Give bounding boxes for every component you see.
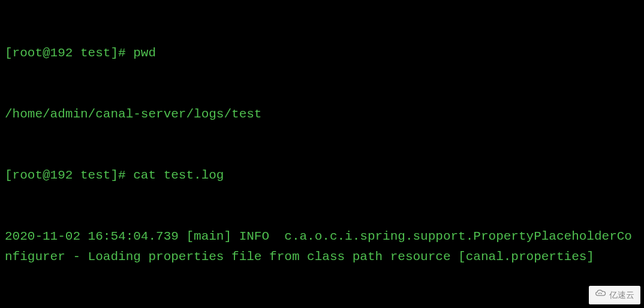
watermark-label: 亿速云 xyxy=(609,288,634,302)
watermark-badge: 亿速云 xyxy=(589,286,640,304)
terminal-output[interactable]: [root@192 test]# pwd /home/admin/canal-s… xyxy=(5,2,639,308)
terminal-line: [root@192 test]# pwd xyxy=(5,43,639,64)
cloud-icon xyxy=(595,288,607,302)
terminal-line: [root@192 test]# cat test.log xyxy=(5,165,639,186)
terminal-line: 2020-11-02 16:54:04.739 [main] INFO c.a.… xyxy=(5,227,639,267)
terminal-line: /home/admin/canal-server/logs/test xyxy=(5,104,639,125)
